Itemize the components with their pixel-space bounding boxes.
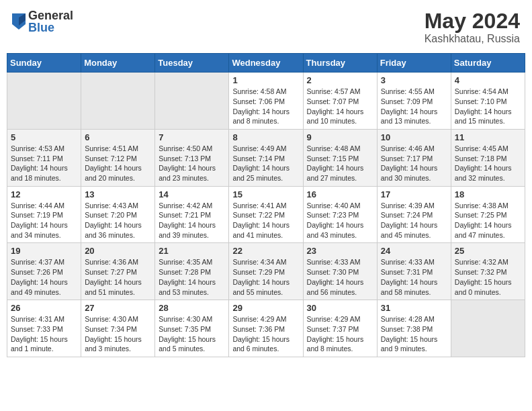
week-row-5: 26Sunrise: 4:31 AMSunset: 7:33 PMDayligh… xyxy=(7,300,525,357)
day-number: 8 xyxy=(232,132,299,142)
weekday-tuesday: Tuesday xyxy=(155,54,229,73)
day-info: Sunrise: 4:34 AMSunset: 7:29 PMDaylight:… xyxy=(232,257,299,297)
day-number: 15 xyxy=(232,189,299,199)
title-block: May 2024 Kashkhatau, Russia xyxy=(425,9,520,45)
calendar-cell xyxy=(451,300,525,357)
day-number: 14 xyxy=(159,189,225,199)
day-info: Sunrise: 4:36 AMSunset: 7:27 PMDaylight:… xyxy=(85,257,151,297)
calendar-cell: 6Sunrise: 4:51 AMSunset: 7:12 PMDaylight… xyxy=(81,129,155,186)
logo-general: General xyxy=(28,9,73,21)
logo-icon xyxy=(12,13,26,30)
day-info: Sunrise: 4:41 AMSunset: 7:22 PMDaylight:… xyxy=(232,201,299,240)
day-number: 21 xyxy=(159,246,225,256)
calendar-cell: 23Sunrise: 4:33 AMSunset: 7:30 PMDayligh… xyxy=(303,243,377,300)
day-number: 11 xyxy=(455,132,521,142)
day-number: 25 xyxy=(455,246,521,256)
day-info: Sunrise: 4:48 AMSunset: 7:15 PMDaylight:… xyxy=(307,144,373,183)
day-info: Sunrise: 4:53 AMSunset: 7:11 PMDaylight:… xyxy=(11,144,77,183)
calendar-cell: 13Sunrise: 4:43 AMSunset: 7:20 PMDayligh… xyxy=(81,186,155,243)
month-year: May 2024 xyxy=(425,9,520,33)
calendar-cell: 14Sunrise: 4:42 AMSunset: 7:21 PMDayligh… xyxy=(155,186,229,243)
day-number: 6 xyxy=(85,132,151,142)
day-number: 4 xyxy=(455,75,521,85)
day-info: Sunrise: 4:31 AMSunset: 7:33 PMDaylight:… xyxy=(11,314,77,354)
day-number: 23 xyxy=(307,246,373,256)
calendar-cell: 8Sunrise: 4:49 AMSunset: 7:14 PMDaylight… xyxy=(229,129,303,186)
week-row-3: 12Sunrise: 4:44 AMSunset: 7:19 PMDayligh… xyxy=(7,186,525,243)
day-number: 31 xyxy=(381,303,447,313)
calendar-cell: 12Sunrise: 4:44 AMSunset: 7:19 PMDayligh… xyxy=(7,186,81,243)
day-info: Sunrise: 4:33 AMSunset: 7:30 PMDaylight:… xyxy=(307,257,373,297)
day-info: Sunrise: 4:40 AMSunset: 7:23 PMDaylight:… xyxy=(307,201,373,240)
calendar-cell: 31Sunrise: 4:28 AMSunset: 7:38 PMDayligh… xyxy=(377,300,451,357)
day-info: Sunrise: 4:32 AMSunset: 7:32 PMDaylight:… xyxy=(455,257,521,297)
day-info: Sunrise: 4:51 AMSunset: 7:12 PMDaylight:… xyxy=(85,144,151,183)
day-info: Sunrise: 4:38 AMSunset: 7:25 PMDaylight:… xyxy=(455,201,521,240)
day-number: 10 xyxy=(381,132,447,142)
day-info: Sunrise: 4:43 AMSunset: 7:20 PMDaylight:… xyxy=(85,201,151,240)
day-info: Sunrise: 4:55 AMSunset: 7:09 PMDaylight:… xyxy=(381,87,447,126)
calendar-cell: 1Sunrise: 4:58 AMSunset: 7:06 PMDaylight… xyxy=(229,73,303,130)
day-number: 12 xyxy=(11,189,77,199)
calendar-cell: 28Sunrise: 4:30 AMSunset: 7:35 PMDayligh… xyxy=(155,300,229,357)
page-header: General Blue May 2024 Kashkhatau, Russia xyxy=(7,7,525,48)
day-info: Sunrise: 4:58 AMSunset: 7:06 PMDaylight:… xyxy=(232,87,299,126)
day-info: Sunrise: 4:44 AMSunset: 7:19 PMDaylight:… xyxy=(11,201,77,240)
day-info: Sunrise: 4:50 AMSunset: 7:13 PMDaylight:… xyxy=(159,144,225,183)
weekday-monday: Monday xyxy=(81,54,155,73)
week-row-4: 19Sunrise: 4:37 AMSunset: 7:26 PMDayligh… xyxy=(7,243,525,300)
calendar-cell: 22Sunrise: 4:34 AMSunset: 7:29 PMDayligh… xyxy=(229,243,303,300)
day-number: 18 xyxy=(455,189,521,199)
calendar-cell: 3Sunrise: 4:55 AMSunset: 7:09 PMDaylight… xyxy=(377,73,451,130)
calendar-cell: 16Sunrise: 4:40 AMSunset: 7:23 PMDayligh… xyxy=(303,186,377,243)
weekday-friday: Friday xyxy=(377,54,451,73)
calendar-cell: 9Sunrise: 4:48 AMSunset: 7:15 PMDaylight… xyxy=(303,129,377,186)
calendar-cell: 25Sunrise: 4:32 AMSunset: 7:32 PMDayligh… xyxy=(451,243,525,300)
day-number: 1 xyxy=(232,75,299,85)
calendar-cell: 10Sunrise: 4:46 AMSunset: 7:17 PMDayligh… xyxy=(377,129,451,186)
calendar-table: SundayMondayTuesdayWednesdayThursdayFrid… xyxy=(7,53,525,357)
day-number: 16 xyxy=(307,189,373,199)
logo-text: General Blue xyxy=(28,9,73,34)
day-number: 20 xyxy=(85,246,151,256)
day-info: Sunrise: 4:37 AMSunset: 7:26 PMDaylight:… xyxy=(11,257,77,297)
weekday-header-row: SundayMondayTuesdayWednesdayThursdayFrid… xyxy=(7,54,525,73)
calendar-cell: 30Sunrise: 4:29 AMSunset: 7:37 PMDayligh… xyxy=(303,300,377,357)
day-number: 13 xyxy=(85,189,151,199)
day-number: 22 xyxy=(232,246,299,256)
day-info: Sunrise: 4:39 AMSunset: 7:24 PMDaylight:… xyxy=(381,201,447,240)
day-info: Sunrise: 4:46 AMSunset: 7:17 PMDaylight:… xyxy=(381,144,447,183)
day-info: Sunrise: 4:54 AMSunset: 7:10 PMDaylight:… xyxy=(455,87,521,126)
calendar-cell: 7Sunrise: 4:50 AMSunset: 7:13 PMDaylight… xyxy=(155,129,229,186)
day-info: Sunrise: 4:29 AMSunset: 7:37 PMDaylight:… xyxy=(307,314,373,354)
calendar-cell: 17Sunrise: 4:39 AMSunset: 7:24 PMDayligh… xyxy=(377,186,451,243)
day-number: 29 xyxy=(232,303,299,313)
day-info: Sunrise: 4:28 AMSunset: 7:38 PMDaylight:… xyxy=(381,314,447,354)
week-row-1: 1Sunrise: 4:58 AMSunset: 7:06 PMDaylight… xyxy=(7,73,525,130)
calendar-cell xyxy=(155,73,229,130)
logo-blue: Blue xyxy=(28,21,73,34)
weekday-saturday: Saturday xyxy=(451,54,525,73)
logo: General Blue xyxy=(12,9,73,34)
calendar-cell: 15Sunrise: 4:41 AMSunset: 7:22 PMDayligh… xyxy=(229,186,303,243)
day-number: 24 xyxy=(381,246,447,256)
calendar-cell: 26Sunrise: 4:31 AMSunset: 7:33 PMDayligh… xyxy=(7,300,81,357)
day-number: 17 xyxy=(381,189,447,199)
weekday-thursday: Thursday xyxy=(303,54,377,73)
day-info: Sunrise: 4:42 AMSunset: 7:21 PMDaylight:… xyxy=(159,201,225,240)
day-info: Sunrise: 4:49 AMSunset: 7:14 PMDaylight:… xyxy=(232,144,299,183)
weekday-wednesday: Wednesday xyxy=(229,54,303,73)
day-info: Sunrise: 4:45 AMSunset: 7:18 PMDaylight:… xyxy=(455,144,521,183)
day-info: Sunrise: 4:35 AMSunset: 7:28 PMDaylight:… xyxy=(159,257,225,297)
calendar-cell: 4Sunrise: 4:54 AMSunset: 7:10 PMDaylight… xyxy=(451,73,525,130)
day-number: 9 xyxy=(307,132,373,142)
day-number: 26 xyxy=(11,303,77,313)
day-info: Sunrise: 4:29 AMSunset: 7:36 PMDaylight:… xyxy=(232,314,299,354)
calendar-cell: 18Sunrise: 4:38 AMSunset: 7:25 PMDayligh… xyxy=(451,186,525,243)
calendar-cell xyxy=(81,73,155,130)
calendar-cell: 20Sunrise: 4:36 AMSunset: 7:27 PMDayligh… xyxy=(81,243,155,300)
day-number: 28 xyxy=(159,303,225,313)
day-info: Sunrise: 4:30 AMSunset: 7:35 PMDaylight:… xyxy=(159,314,225,354)
week-row-2: 5Sunrise: 4:53 AMSunset: 7:11 PMDaylight… xyxy=(7,129,525,186)
calendar-cell xyxy=(7,73,81,130)
